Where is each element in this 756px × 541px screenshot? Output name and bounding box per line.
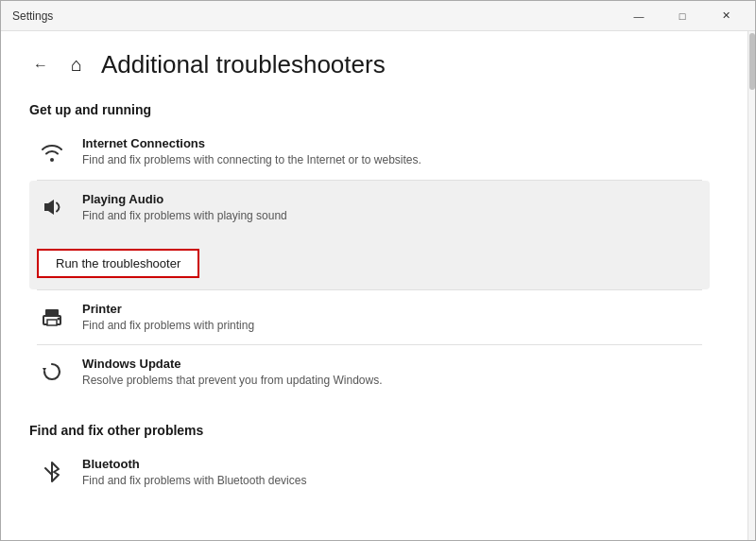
- audio-icon: [37, 192, 67, 222]
- item-desc: Find and fix problems with playing sound: [82, 208, 287, 224]
- titlebar-title: Settings: [12, 9, 53, 23]
- back-arrow-icon: ←: [33, 57, 48, 73]
- content-area: ← ⌂ Additional troubleshooters Get up an…: [1, 31, 755, 540]
- list-item[interactable]: Playing Audio Find and fix problems with…: [29, 181, 710, 289]
- wifi-icon: [37, 136, 67, 166]
- maximize-button[interactable]: □: [661, 1, 704, 31]
- item-text-internet: Internet Connections Find and fix proble…: [82, 136, 421, 168]
- svg-rect-1: [45, 309, 59, 316]
- back-button[interactable]: ←: [29, 53, 52, 78]
- bluetooth-icon: [37, 457, 67, 487]
- svg-rect-3: [47, 320, 57, 325]
- run-troubleshooter-button[interactable]: Run the troubleshooter: [37, 249, 199, 278]
- item-text-printer: Printer Find and fix problems with print…: [82, 302, 254, 334]
- home-icon: ⌂: [63, 52, 90, 79]
- item-text-bluetooth: Bluetooth Find and fix problems with Blu…: [82, 457, 306, 489]
- item-name: Playing Audio: [82, 192, 287, 206]
- run-btn-row: Run the troubleshooter: [37, 249, 207, 278]
- settings-window: Settings — □ ✕ ← ⌂ Additional troublesho…: [0, 0, 756, 541]
- svg-point-5: [58, 317, 60, 320]
- item-desc: Find and fix problems with Bluetooth dev…: [82, 473, 306, 489]
- item-desc: Find and fix problems with printing: [82, 318, 254, 334]
- minimize-button[interactable]: —: [617, 1, 661, 31]
- item-text-windows-update: Windows Update Resolve problems that pre…: [82, 357, 383, 389]
- close-button[interactable]: ✕: [704, 1, 747, 31]
- section-title-get-up-running: Get up and running: [29, 102, 710, 117]
- list-item[interactable]: Windows Update Resolve problems that pre…: [29, 345, 710, 400]
- item-name: Bluetooth: [82, 457, 306, 471]
- section-title-find-fix: Find and fix other problems: [29, 423, 710, 438]
- page-title: Additional troubleshooters: [101, 50, 386, 79]
- item-desc: Find and fix problems with connecting to…: [82, 152, 421, 168]
- printer-icon: [37, 302, 67, 332]
- page-header: ← ⌂ Additional troubleshooters: [29, 50, 710, 79]
- item-text-audio: Playing Audio Find and fix problems with…: [82, 192, 287, 224]
- list-item[interactable]: Printer Find and fix problems with print…: [29, 290, 710, 345]
- svg-marker-6: [43, 368, 46, 372]
- section-get-up-running: Get up and running Internet Connections …: [29, 102, 710, 400]
- svg-marker-0: [44, 200, 54, 215]
- item-desc: Resolve problems that prevent you from u…: [82, 373, 383, 389]
- main-content: ← ⌂ Additional troubleshooters Get up an…: [1, 31, 747, 540]
- list-item[interactable]: Internet Connections Find and fix proble…: [29, 125, 710, 180]
- audio-item-row: Playing Audio Find and fix problems with…: [37, 192, 287, 224]
- item-name: Internet Connections: [82, 136, 421, 150]
- titlebar: Settings — □ ✕: [1, 1, 755, 31]
- scrollbar-track[interactable]: [747, 31, 755, 540]
- titlebar-controls: — □ ✕: [617, 1, 747, 31]
- section-find-fix: Find and fix other problems Bluetooth Fi…: [29, 423, 710, 500]
- scrollbar-thumb[interactable]: [749, 33, 755, 90]
- item-name: Windows Update: [82, 357, 383, 371]
- update-icon: [37, 357, 67, 387]
- list-item[interactable]: Bluetooth Find and fix problems with Blu…: [29, 445, 710, 500]
- item-name: Printer: [82, 302, 254, 316]
